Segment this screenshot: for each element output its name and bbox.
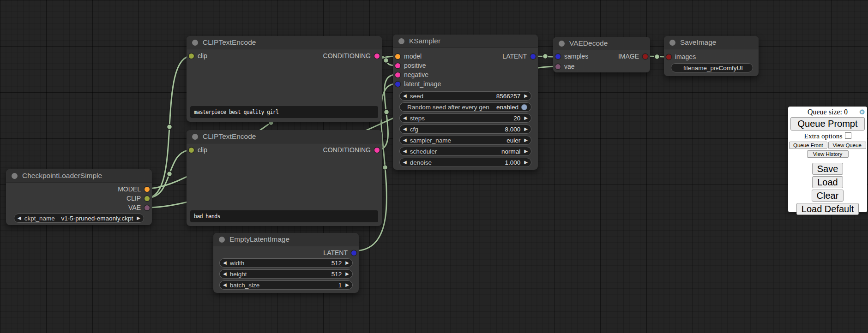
extra-options-label: Extra options bbox=[804, 132, 842, 140]
arrow-left-icon[interactable]: ◀ bbox=[223, 261, 227, 265]
node-clip-text-encode-positive[interactable]: CLIPTextEncode clip CONDITIONING masterp… bbox=[187, 36, 382, 122]
slot-dot-vae-input[interactable] bbox=[555, 64, 561, 69]
node-title-bar[interactable]: SaveImage bbox=[664, 36, 759, 49]
slot-dot-conditioning-output[interactable] bbox=[374, 54, 380, 59]
arrow-left-icon[interactable]: ◀ bbox=[18, 216, 21, 220]
collapse-dot-icon[interactable] bbox=[192, 40, 198, 46]
prompt-textarea[interactable]: masterpiece best quality girl bbox=[190, 106, 378, 118]
arrow-right-icon[interactable]: ▶ bbox=[524, 116, 528, 120]
node-title: CheckpointLoaderSimple bbox=[22, 172, 102, 180]
node-save-image[interactable]: SaveImage images filename_prefix ComfyUI bbox=[664, 36, 759, 76]
arrow-right-icon[interactable]: ▶ bbox=[524, 160, 528, 165]
extra-options-checkbox[interactable] bbox=[845, 132, 851, 139]
widget-random-seed-toggle[interactable]: Random seed after every gen enabled bbox=[399, 102, 531, 112]
load-button[interactable]: Load bbox=[812, 176, 843, 188]
slot-dot-vae-output[interactable] bbox=[145, 205, 150, 210]
collapse-dot-icon[interactable] bbox=[12, 173, 18, 179]
widget-value: 8566257 bbox=[496, 93, 521, 100]
arrow-left-icon[interactable]: ◀ bbox=[403, 116, 407, 120]
widget-height[interactable]: ◀ height 512 ▶ bbox=[219, 269, 353, 279]
toggle-enabled-icon[interactable] bbox=[521, 104, 527, 110]
output-slot-vae: VAE bbox=[6, 203, 152, 212]
node-title-bar[interactable]: KSampler bbox=[393, 35, 538, 48]
slot-dot-samples-input[interactable] bbox=[555, 54, 561, 59]
arrow-left-icon[interactable]: ◀ bbox=[403, 149, 407, 154]
arrow-left-icon[interactable]: ◀ bbox=[403, 94, 407, 98]
arrow-left-icon[interactable]: ◀ bbox=[403, 127, 407, 131]
prompt-textarea[interactable]: bad hands bbox=[190, 210, 378, 222]
slot-label-conditioning: CONDITIONING bbox=[323, 52, 371, 59]
widget-value: normal bbox=[501, 148, 520, 155]
arrow-right-icon[interactable]: ▶ bbox=[524, 149, 528, 154]
view-queue-button[interactable]: View Queue bbox=[828, 142, 867, 149]
widget-label: sampler_name bbox=[410, 137, 451, 144]
arrow-right-icon[interactable]: ▶ bbox=[345, 283, 349, 287]
widget-width[interactable]: ◀ width 512 ▶ bbox=[219, 258, 353, 268]
slot-dot-latent-output[interactable] bbox=[351, 250, 356, 256]
slot-dot-conditioning-output[interactable] bbox=[374, 148, 380, 153]
widget-filename-prefix[interactable]: filename_prefix ComfyUI bbox=[671, 63, 753, 72]
widget-cfg[interactable]: ◀ cfg 8.000 ▶ bbox=[399, 125, 531, 134]
arrow-right-icon[interactable]: ▶ bbox=[345, 272, 349, 276]
arrow-right-icon[interactable]: ▶ bbox=[137, 216, 140, 220]
load-default-button[interactable]: Load Default bbox=[796, 203, 859, 215]
node-title-bar[interactable]: CheckpointLoaderSimple bbox=[6, 169, 152, 183]
node-title-bar[interactable]: EmptyLatentImage bbox=[213, 233, 359, 246]
slot-dot-model-input[interactable] bbox=[395, 54, 400, 59]
node-clip-text-encode-negative[interactable]: CLIPTextEncode clip CONDITIONING bad han… bbox=[187, 130, 382, 226]
slot-dot-clip-input[interactable] bbox=[189, 148, 194, 153]
arrow-left-icon[interactable]: ◀ bbox=[403, 160, 407, 165]
slot-dot-images-input[interactable] bbox=[666, 54, 671, 59]
widget-sampler-name[interactable]: ◀ sampler_name euler ▶ bbox=[399, 136, 531, 145]
widget-seed[interactable]: ◀ seed 8566257 ▶ bbox=[399, 91, 531, 101]
slot-label-clip: clip bbox=[198, 52, 207, 59]
node-title-bar[interactable]: VAEDecode bbox=[553, 37, 650, 50]
widget-value: enabled bbox=[496, 104, 518, 111]
widget-steps[interactable]: ◀ steps 20 ▶ bbox=[399, 113, 531, 123]
arrow-left-icon[interactable]: ◀ bbox=[223, 283, 227, 287]
queue-prompt-button[interactable]: Queue Prompt bbox=[790, 117, 865, 131]
slot-dot-positive-input[interactable] bbox=[395, 63, 400, 68]
node-empty-latent-image[interactable]: EmptyLatentImage LATENT ◀ width 512 ▶ ◀ … bbox=[213, 233, 359, 293]
arrow-right-icon[interactable]: ▶ bbox=[524, 94, 528, 98]
collapse-dot-icon[interactable] bbox=[559, 41, 565, 47]
collapse-dot-icon[interactable] bbox=[669, 40, 675, 46]
slot-dot-clip-input[interactable] bbox=[189, 54, 194, 59]
widget-label: seed bbox=[410, 93, 423, 100]
arrow-left-icon[interactable]: ◀ bbox=[403, 138, 407, 143]
view-history-button[interactable]: View History bbox=[807, 150, 849, 158]
arrow-right-icon[interactable]: ▶ bbox=[524, 127, 528, 131]
slot-dot-model-output[interactable] bbox=[145, 187, 150, 192]
slot-dot-negative-input[interactable] bbox=[395, 72, 400, 77]
clear-button[interactable]: Clear bbox=[812, 190, 844, 202]
output-slot-latent: LATENT bbox=[462, 52, 538, 61]
widget-batch-size[interactable]: ◀ batch_size 1 ▶ bbox=[219, 280, 353, 290]
node-title-bar[interactable]: CLIPTextEncode bbox=[187, 36, 382, 49]
collapse-dot-icon[interactable] bbox=[219, 237, 225, 243]
save-button[interactable]: Save bbox=[812, 163, 844, 175]
node-vae-decode[interactable]: VAEDecode samples vae IMAGE bbox=[553, 37, 650, 72]
widget-ckpt-name[interactable]: ◀ ckpt_name v1-5-pruned-emaonly.ckpt ▶ bbox=[14, 214, 144, 223]
widget-label: width bbox=[230, 260, 245, 267]
arrow-right-icon[interactable]: ▶ bbox=[345, 261, 349, 265]
slot-dot-latent-image-input[interactable] bbox=[395, 82, 400, 87]
slot-dot-latent-output[interactable] bbox=[530, 54, 536, 59]
node-title-bar[interactable]: CLIPTextEncode bbox=[187, 130, 382, 143]
gear-icon[interactable]: ⚙ bbox=[859, 108, 865, 115]
widget-denoise[interactable]: ◀ denoise 1.000 ▶ bbox=[399, 158, 531, 167]
arrow-right-icon[interactable]: ▶ bbox=[524, 138, 528, 143]
slot-label: vae bbox=[564, 63, 575, 70]
node-ksampler[interactable]: KSampler model positive negative latent_… bbox=[393, 35, 538, 170]
node-checkpoint-loader[interactable]: CheckpointLoaderSimple MODEL CLIP VAE ◀ … bbox=[6, 169, 152, 225]
arrow-left-icon[interactable]: ◀ bbox=[223, 272, 227, 276]
slot-dot-image-output[interactable] bbox=[643, 54, 648, 59]
slot-dot-clip-output[interactable] bbox=[145, 196, 150, 201]
queue-front-button[interactable]: Queue Front bbox=[789, 142, 827, 149]
widget-value: 512 bbox=[332, 271, 342, 278]
collapse-dot-icon[interactable] bbox=[192, 134, 198, 140]
widget-label: steps bbox=[410, 115, 425, 122]
output-slot-image: IMAGE bbox=[588, 52, 650, 61]
collapse-dot-icon[interactable] bbox=[398, 38, 404, 44]
node-title: CLIPTextEncode bbox=[203, 38, 256, 47]
widget-scheduler[interactable]: ◀ scheduler normal ▶ bbox=[399, 147, 531, 156]
